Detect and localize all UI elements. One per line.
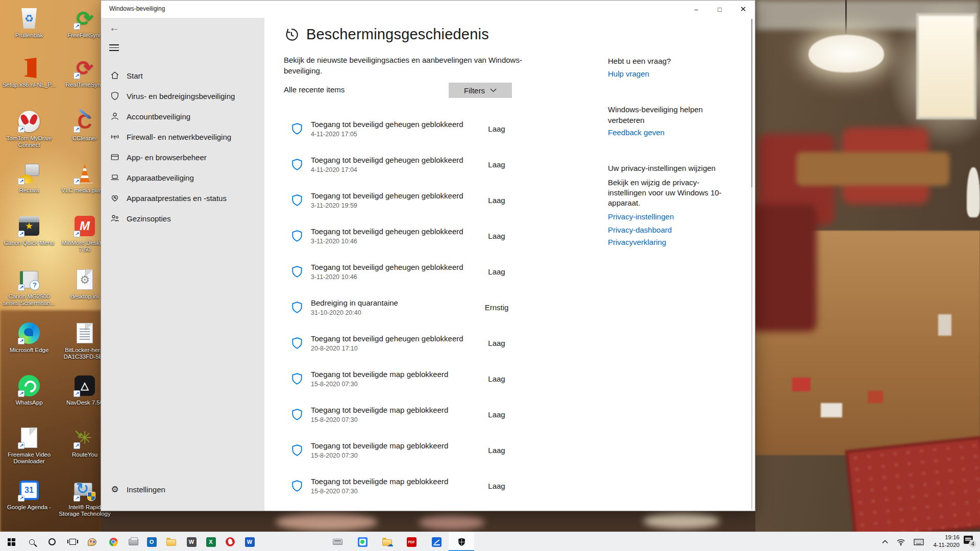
paint-icon <box>88 538 96 546</box>
network-icon <box>110 132 120 142</box>
sidebar-item-account[interactable]: Accountbeveiliging <box>101 106 264 127</box>
sidebar-item-settings[interactable]: ⚙ Instellingen <box>101 479 264 499</box>
desktop-icon-tomtom[interactable]: TomTom MyDrive Connect <box>1 110 57 148</box>
shortcut-arrow-icon <box>74 178 80 185</box>
ini-file-icon <box>77 269 93 290</box>
history-row[interactable]: Toegang tot beveiligde map geblokkeerd 1… <box>264 406 601 432</box>
tray-clock[interactable]: 19:16 4-11-2020 <box>930 534 960 549</box>
taskbar-pdf-button[interactable]: PDF <box>401 532 422 551</box>
desktop-icon-canon-manual[interactable]: Canon MG2500 series Schermhan... <box>1 268 57 307</box>
desktop-icon-office-setup[interactable]: Setup.x86.nl-NL_P... <box>1 56 57 88</box>
history-row[interactable]: Toegang tot beveiligd geheugen geblokkee… <box>264 156 601 182</box>
tray-keyboard-button[interactable] <box>914 532 924 551</box>
desktop-icon-google-agenda[interactable]: Google Agenda - <box>1 479 57 511</box>
taskbar-excel-button[interactable]: X <box>201 532 221 551</box>
task-view-button[interactable] <box>62 532 83 551</box>
notification-badge[interactable]: 4 <box>969 540 977 548</box>
home-icon <box>110 70 120 81</box>
severity-label: Laag <box>466 196 527 205</box>
recycle-bin-icon <box>20 8 38 29</box>
taskbar-scanner-button[interactable] <box>327 532 348 551</box>
taskbar-word-button[interactable]: W <box>239 532 260 551</box>
taskbar-printer-button[interactable] <box>123 532 143 551</box>
desktop-icon-edge[interactable]: Microsoft Edge <box>1 321 57 354</box>
taskbar-windows-security-button[interactable] <box>449 532 474 551</box>
privacy-dashboard-link[interactable]: Privacy-dashboard <box>608 226 672 234</box>
filters-button[interactable]: Filters <box>449 83 512 98</box>
severity-label: Laag <box>466 446 527 455</box>
shield-icon <box>290 443 304 457</box>
tray-expand-button[interactable] <box>882 532 888 551</box>
scan-app-icon <box>432 537 442 547</box>
start-button[interactable] <box>1 532 21 551</box>
severity-label: Laag <box>466 482 527 490</box>
text-document-icon <box>77 323 93 343</box>
history-row[interactable]: Toegang tot beveiligde map geblokkeerd 1… <box>264 441 601 468</box>
history-row[interactable]: Toegang tot beveiligde map geblokkeerd 1… <box>264 370 601 396</box>
scrollbar-thumb[interactable] <box>751 19 752 187</box>
taskbar-word-legacy-button[interactable]: W <box>181 532 202 551</box>
tray-network-button[interactable] <box>896 532 905 551</box>
shortcut-arrow-icon <box>74 495 80 502</box>
windows-security-window: Windows-beveiliging – □ ✕ ← Start Virus-… <box>101 0 755 511</box>
taskbar-whatsapp-button[interactable] <box>352 532 373 551</box>
scanner-icon <box>333 539 342 545</box>
history-row[interactable]: Toegang tot beveiligd geheugen geblokkee… <box>264 334 601 361</box>
taskbar-search-button[interactable] <box>21 532 42 551</box>
taskbar-onedrive-folder-button[interactable] <box>377 532 397 551</box>
cortana-icon <box>48 538 56 545</box>
sidebar-item-app-browser[interactable]: App- en browserbeheer <box>101 147 264 167</box>
privacy-statement-link[interactable]: Privacyverklaring <box>608 238 666 246</box>
feedback-link[interactable]: Feedback geven <box>608 128 665 137</box>
history-row[interactable]: Toegang tot beveiligde map geblokkeerd 1… <box>264 477 601 504</box>
shield-icon <box>290 229 304 242</box>
task-view-icon <box>69 539 76 545</box>
desktop-icon-canon-quick-menu[interactable]: Canon Quick Menu <box>1 214 57 246</box>
history-row[interactable]: Toegang tot beveiligd geheugen geblokkee… <box>264 120 601 146</box>
minimize-button[interactable]: – <box>684 1 708 18</box>
chevron-up-icon <box>882 540 888 544</box>
desktop-icon-freemake[interactable]: Freemake Video Downloader <box>1 426 57 465</box>
sidebar-item-firewall[interactable]: Firewall- en netwerkbeveiliging <box>101 127 264 147</box>
privacy-settings-link[interactable]: Privacy-instellingen <box>608 212 674 221</box>
titlebar[interactable]: Windows-beveiliging – □ ✕ <box>101 1 755 18</box>
sidebar-item-virus[interactable]: Virus- en bedreigingsbeveiliging <box>101 86 264 106</box>
shortcut-arrow-icon <box>18 442 24 449</box>
sidebar-item-device-health[interactable]: Apparaatprestaties en -status <box>101 188 264 208</box>
sidebar-item-start[interactable]: Start <box>101 65 264 86</box>
history-row[interactable]: Toegang tot beveiligd geheugen geblokkee… <box>264 191 601 218</box>
family-icon <box>110 213 120 223</box>
history-row[interactable]: Toegang tot beveiligd geheugen geblokkee… <box>264 263 601 289</box>
desktop-icon-recycle-bin[interactable]: Prullenbak <box>1 7 57 39</box>
chevron-down-icon <box>490 88 497 92</box>
shield-icon <box>290 372 304 385</box>
taskbar-outlook-button[interactable]: O <box>141 532 162 551</box>
sidebar-item-family[interactable]: Gezinsopties <box>101 208 264 229</box>
history-row[interactable]: Toegang tot beveiligd geheugen geblokkee… <box>264 227 601 254</box>
taskbar-chrome-button[interactable] <box>103 532 124 551</box>
taskbar-paint-button[interactable] <box>82 532 102 551</box>
window-title: Windows-beveiliging <box>109 5 165 12</box>
shield-icon <box>110 91 120 101</box>
privacy-body: Bekijk en wijzig de privacy-instellingen… <box>608 178 729 208</box>
close-button[interactable]: ✕ <box>731 1 755 18</box>
outlook-icon: O <box>147 537 157 547</box>
shortcut-arrow-icon <box>74 126 80 133</box>
app-window-icon <box>110 152 120 162</box>
taskbar-scan-app-button[interactable] <box>426 532 447 551</box>
desktop-icon-recuva[interactable]: Recuva <box>1 162 57 194</box>
taskbar-tomtom-button[interactable] <box>220 532 240 551</box>
privacy-heading: Uw privacy-instellingen wijzigen <box>608 163 741 173</box>
sidebar-item-device-security[interactable]: Apparaatbeveiliging <box>101 167 264 188</box>
desktop-icon-whatsapp[interactable]: WhatsApp <box>1 374 57 406</box>
search-icon <box>29 539 35 545</box>
taskbar-cortana-button[interactable] <box>42 532 62 551</box>
taskbar-explorer-button[interactable] <box>161 532 181 551</box>
heart-icon <box>110 193 120 203</box>
maximize-button[interactable]: □ <box>708 1 731 18</box>
back-button[interactable]: ← <box>109 22 119 34</box>
office-setup-icon <box>19 58 39 78</box>
hamburger-icon[interactable] <box>109 44 119 51</box>
history-row[interactable]: Bedreiging in quarantaine 31-10-2020 20:… <box>264 298 601 325</box>
help-link[interactable]: Hulp vragen <box>608 69 649 78</box>
